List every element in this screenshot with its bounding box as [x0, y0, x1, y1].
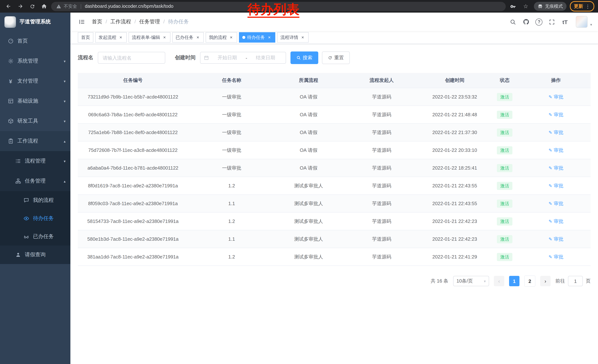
approve-button[interactable]: ✎ 审批 — [548, 129, 563, 136]
close-icon[interactable]: × — [300, 35, 305, 40]
address-bar[interactable]: 不安全 dashboard.yudao.iocoder.cn/bpm/task/… — [51, 2, 506, 11]
font-size-icon[interactable]: tT — [560, 17, 570, 27]
github-icon[interactable] — [521, 17, 531, 27]
close-icon[interactable]: × — [229, 35, 234, 40]
search-button[interactable]: 搜索 — [291, 51, 318, 64]
page-2-button[interactable]: 2 — [524, 275, 535, 287]
tab-start-process[interactable]: 发起流程 × — [95, 32, 127, 43]
sidebar-collapse-button[interactable] — [75, 16, 88, 28]
edit-icon: ✎ — [548, 219, 552, 224]
tab-todo-tasks[interactable]: 待办任务 × — [239, 32, 275, 43]
status-badge: 激活 — [497, 235, 512, 243]
filter-bar: 流程名 创建时间 开始日期 - 结束日期 搜索 — [78, 51, 590, 64]
approve-button[interactable]: ✎ 审批 — [548, 200, 563, 207]
approve-label: 审批 — [554, 182, 563, 189]
close-icon[interactable]: × — [118, 35, 123, 40]
refresh-button[interactable] — [27, 1, 37, 11]
cell-created: 2022-01-22 20:33:10 — [422, 141, 488, 159]
home-button[interactable] — [39, 1, 49, 11]
approve-button[interactable]: ✎ 审批 — [548, 182, 563, 189]
approve-button[interactable]: ✎ 审批 — [548, 147, 563, 154]
tab-label: 首页 — [81, 34, 90, 40]
breadcrumb-item-task-management[interactable]: 任务管理 — [139, 18, 168, 25]
tab-done-tasks[interactable]: 已办任务 × — [172, 32, 204, 43]
date-range-picker[interactable]: 开始日期 - 结束日期 — [200, 52, 286, 64]
key-icon[interactable] — [508, 1, 518, 11]
approve-button[interactable]: ✎ 审批 — [548, 253, 563, 260]
cell-created: 2022-01-21 22:43:55 — [422, 194, 488, 212]
sidebar-item-payment-management[interactable]: ¥ 支付管理 ▾ — [0, 71, 70, 91]
sidebar-menu: 首页 系统管理 ▾ ¥ 支付管理 ▾ — [0, 31, 70, 264]
cell-task-id: 381aa1dd-7ac8-11ec-a9e2-a2380e71991a — [78, 248, 188, 266]
close-icon[interactable]: × — [267, 35, 272, 40]
approve-button[interactable]: ✎ 审批 — [548, 111, 563, 118]
menu-label: 工作流程 — [17, 138, 38, 145]
status-badge: 激活 — [497, 93, 512, 101]
start-date-placeholder[interactable]: 开始日期 — [210, 54, 244, 61]
sidebar-item-leave-query[interactable]: 请假查询 — [0, 245, 70, 264]
status-badge: 激活 — [497, 111, 512, 119]
cell-action: ✎ 审批 — [521, 141, 590, 159]
fullscreen-icon[interactable] — [547, 17, 557, 27]
approve-button[interactable]: ✎ 审批 — [548, 236, 563, 242]
chevron-down-icon[interactable]: ▾ — [590, 22, 592, 26]
active-dot — [242, 36, 245, 39]
end-date-placeholder[interactable]: 结束日期 — [249, 54, 282, 61]
back-button[interactable] — [4, 1, 13, 11]
sidebar-item-my-processes[interactable]: 我的流程 — [0, 191, 70, 209]
table-row: 8f0d1619-7ac8-11ec-a9e2-a2380e71991a 1.2… — [78, 177, 590, 194]
breadcrumb-item-home[interactable]: 首页 — [92, 18, 110, 25]
process-name-input[interactable] — [98, 52, 165, 64]
tab-my-processes[interactable]: 我的流程 × — [206, 32, 237, 43]
breadcrumb-item-workflow[interactable]: 工作流程 — [110, 18, 139, 25]
update-button[interactable]: 更新 ⋮ — [570, 1, 594, 11]
page-size-select[interactable]: 10条/页 ▾ — [453, 276, 489, 286]
address-divider — [81, 4, 81, 9]
approve-button[interactable]: ✎ 审批 — [548, 94, 563, 100]
star-icon[interactable]: ☆ — [521, 1, 531, 11]
tab-process-detail[interactable]: 流程详情 × — [277, 32, 309, 43]
tab-process-form-edit[interactable]: 流程表单-编辑 × — [129, 32, 170, 43]
sidebar-item-home[interactable]: 首页 — [0, 31, 70, 51]
reset-button[interactable]: 重置 — [322, 51, 350, 64]
avatar[interactable] — [576, 16, 588, 28]
search-icon[interactable] — [508, 17, 518, 27]
approve-button[interactable]: ✎ 审批 — [548, 165, 563, 171]
cell-task-name: 1.1 — [188, 230, 275, 248]
sidebar-item-task-management[interactable]: 任务管理 ▴ — [0, 171, 70, 191]
cell-task-id: 8f059c03-7ac8-11ec-a9e2-a2380e71991a — [78, 194, 188, 212]
cell-created: 2022-01-22 23:53:32 — [422, 88, 488, 106]
page-1-button[interactable]: 1 — [509, 276, 519, 286]
chevron-down-icon: ▾ — [64, 99, 66, 103]
sidebar-item-system-management[interactable]: 系统管理 ▾ — [0, 51, 70, 71]
close-icon[interactable]: × — [195, 35, 200, 40]
sidebar-item-process-management[interactable]: 流程管理 ▾ — [0, 151, 70, 171]
goto-page-input[interactable] — [568, 276, 583, 286]
my-process-icon — [23, 197, 29, 203]
sidebar-item-todo-tasks[interactable]: 待办任务 — [0, 209, 70, 227]
approve-button[interactable]: ✎ 审批 — [548, 218, 563, 225]
forward-button[interactable] — [16, 1, 25, 11]
tab-home[interactable]: 首页 — [78, 32, 93, 43]
next-page-button[interactable]: › — [540, 276, 551, 286]
cell-initiator: 芋道源码 — [342, 159, 421, 177]
process-name-label: 流程名 — [78, 54, 93, 61]
task-management-submenu: 我的流程 待办任务 已办任务 — [0, 191, 70, 245]
kebab-menu-icon[interactable]: ⋮ — [585, 4, 590, 9]
sidebar-item-dev-tools[interactable]: 研发工具 ▾ — [0, 111, 70, 131]
prev-page-button[interactable]: ‹ — [494, 276, 504, 286]
help-glyph: ? — [536, 18, 543, 25]
sidebar-item-workflow[interactable]: 工作流程 ▴ — [0, 131, 70, 151]
cell-task-name: 一级审批 — [188, 141, 275, 159]
approve-label: 审批 — [554, 129, 563, 136]
cell-initiator: 芋道源码 — [342, 106, 421, 123]
table-row: 8f059c03-7ac8-11ec-a9e2-a2380e71991a 1.1… — [78, 194, 590, 212]
content-area: 流程名 创建时间 开始日期 - 结束日期 搜索 — [70, 44, 598, 364]
close-icon[interactable]: × — [162, 35, 167, 40]
sidebar-logo[interactable]: 芋道管理系统 — [0, 13, 70, 31]
sidebar-item-done-tasks[interactable]: 已办任务 — [0, 227, 70, 245]
cell-created: 2022-01-22 18:25:41 — [422, 159, 488, 177]
cell-task-name: 一级审批 — [188, 123, 275, 141]
help-icon[interactable]: ? — [534, 17, 544, 27]
sidebar-item-infrastructure[interactable]: 基础设施 ▾ — [0, 91, 70, 111]
